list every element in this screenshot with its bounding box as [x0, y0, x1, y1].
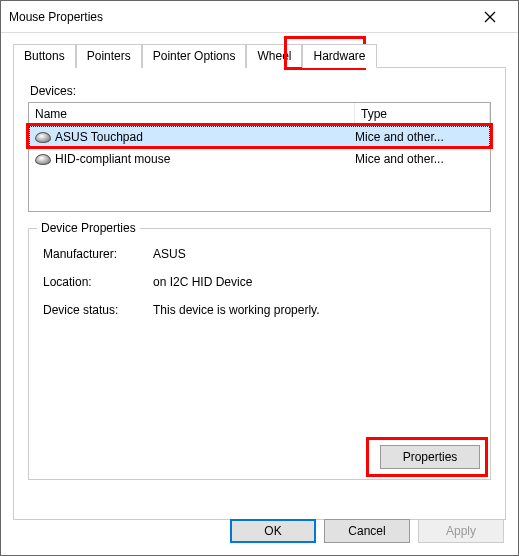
tab-pointer-options[interactable]: Pointer Options	[142, 44, 247, 68]
tab-panel-hardware: Devices: Name Type ASUS Touchpad Mice an…	[13, 68, 506, 520]
mouse-icon	[35, 132, 51, 142]
tab-hardware[interactable]: Hardware	[302, 44, 376, 68]
window-title: Mouse Properties	[9, 10, 470, 24]
ok-button[interactable]: OK	[230, 519, 316, 543]
tab-wheel[interactable]: Wheel	[246, 44, 302, 68]
manufacturer-row: Manufacturer: ASUS	[43, 247, 476, 261]
devices-label: Devices:	[30, 84, 491, 98]
status-row: Device status: This device is working pr…	[43, 303, 476, 317]
manufacturer-value: ASUS	[153, 247, 476, 261]
device-properties-group: Device Properties Manufacturer: ASUS Loc…	[28, 228, 491, 480]
group-title: Device Properties	[37, 221, 140, 235]
column-header-name[interactable]: Name	[29, 103, 355, 125]
tab-buttons[interactable]: Buttons	[13, 44, 76, 68]
titlebar: Mouse Properties	[1, 1, 518, 33]
location-value: on I2C HID Device	[153, 275, 476, 289]
cancel-button[interactable]: Cancel	[324, 519, 410, 543]
manufacturer-label: Manufacturer:	[43, 247, 153, 261]
properties-button-wrap: Properties	[380, 445, 480, 469]
device-list-header: Name Type	[29, 103, 490, 126]
location-label: Location:	[43, 275, 153, 289]
tab-pointers[interactable]: Pointers	[76, 44, 142, 68]
content-area: Buttons Pointers Pointer Options Wheel H…	[1, 33, 518, 532]
close-button[interactable]	[470, 3, 510, 31]
device-row[interactable]: ASUS Touchpad Mice and other...	[29, 126, 490, 148]
device-type: Mice and other...	[355, 130, 490, 144]
device-name: HID-compliant mouse	[55, 152, 355, 166]
mouse-properties-window: Mouse Properties Buttons Pointers Pointe…	[0, 0, 519, 556]
properties-button[interactable]: Properties	[380, 445, 480, 469]
apply-button: Apply	[418, 519, 504, 543]
location-row: Location: on I2C HID Device	[43, 275, 476, 289]
device-type: Mice and other...	[355, 152, 490, 166]
tab-strip: Buttons Pointers Pointer Options Wheel H…	[13, 43, 506, 68]
device-name: ASUS Touchpad	[55, 130, 355, 144]
close-icon	[484, 11, 496, 23]
dialog-button-row: OK Cancel Apply	[230, 519, 504, 543]
mouse-icon	[35, 154, 51, 164]
device-row[interactable]: HID-compliant mouse Mice and other...	[29, 148, 490, 170]
status-value: This device is working properly.	[153, 303, 476, 317]
column-header-type[interactable]: Type	[355, 103, 490, 125]
device-list[interactable]: Name Type ASUS Touchpad Mice and other..…	[28, 102, 491, 212]
status-label: Device status:	[43, 303, 153, 317]
